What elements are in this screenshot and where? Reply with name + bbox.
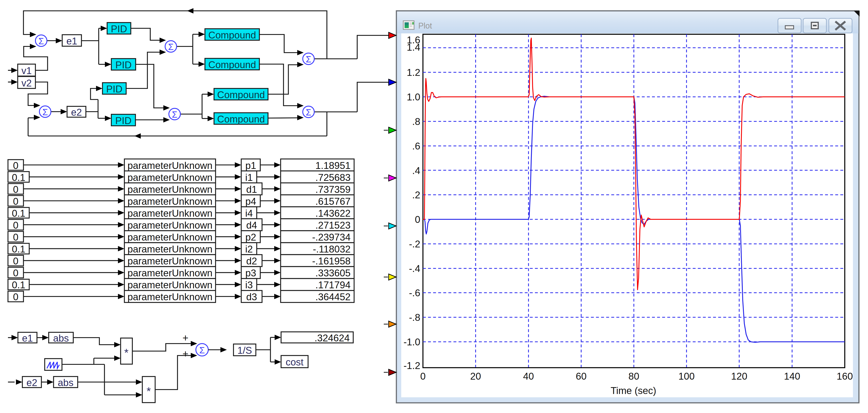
svg-text:.171794: .171794 [315,279,350,290]
svg-text:80: 80 [628,371,640,382]
svg-text:.324624: .324624 [314,333,350,343]
svg-text:0.1: 0.1 [12,172,25,183]
svg-text:+: + [183,348,189,359]
svg-text:parameterUnknown: parameterUnknown [127,172,213,183]
svg-text:abs: abs [58,377,73,388]
svg-text:.6: .6 [412,141,420,151]
svg-text:.8: .8 [412,116,420,127]
svg-text:parameterUnknown: parameterUnknown [127,208,213,219]
svg-text:d4: d4 [246,220,257,231]
svg-text:e1: e1 [66,36,77,46]
svg-text:PID: PID [115,115,131,126]
svg-text:.364452: .364452 [315,291,350,302]
svg-text:p3: p3 [245,268,256,278]
svg-text:1.0: 1.0 [407,92,420,102]
svg-text:0.1: 0.1 [12,279,25,290]
svg-text:Plot: Plot [418,21,432,30]
svg-text:i1: i1 [245,172,253,183]
svg-text:-.239734: -.239734 [312,232,350,243]
svg-text:40: 40 [523,371,534,382]
svg-text:140: 140 [784,371,800,382]
svg-text:d2: d2 [246,255,257,267]
svg-text:parameterUnknown: parameterUnknown [127,232,213,243]
svg-text:-.161958: -.161958 [312,255,350,267]
svg-text:-.8: -.8 [409,312,420,323]
svg-text:20: 20 [470,371,481,382]
svg-text:-.118032: -.118032 [313,244,350,254]
svg-text:60: 60 [576,371,587,382]
svg-text:p1: p1 [245,160,256,171]
svg-text:-.4: -.4 [409,263,420,274]
svg-text:Σ: Σ [306,107,311,117]
svg-text:cost: cost [286,357,304,368]
svg-text:0.1: 0.1 [12,244,25,254]
svg-text:100: 100 [678,371,694,382]
svg-text:Σ: Σ [172,110,178,119]
svg-text:*: * [124,347,128,359]
svg-text:PID: PID [111,24,127,34]
svg-text:parameterUnknown: parameterUnknown [127,160,213,171]
svg-text:p4: p4 [245,196,256,207]
svg-text:-1.0: -1.0 [403,337,420,347]
svg-text:0.1: 0.1 [12,208,25,219]
svg-text:.725683: .725683 [315,172,350,183]
svg-text:PID: PID [115,60,131,70]
svg-text:Σ: Σ [306,55,311,64]
svg-text:Compound: Compound [217,114,265,125]
svg-text:0: 0 [415,214,420,225]
svg-text:+: + [183,332,189,344]
svg-text:.143622: .143622 [315,208,350,219]
svg-text:.271523: .271523 [315,220,350,231]
svg-text:120: 120 [731,371,747,382]
svg-text:0: 0 [13,232,19,243]
svg-text:0: 0 [13,255,19,267]
svg-text:.615767: .615767 [315,196,350,207]
svg-text:v2: v2 [22,78,32,89]
svg-text:PID: PID [106,83,122,94]
svg-text:1.18951: 1.18951 [315,160,350,171]
svg-text:1.4: 1.4 [407,42,420,53]
svg-text:*: * [147,385,151,398]
svg-text:i2: i2 [245,244,253,254]
svg-text:160: 160 [837,371,853,382]
svg-text:0: 0 [13,291,19,302]
svg-text:parameterUnknown: parameterUnknown [127,184,213,195]
svg-text:0: 0 [13,196,19,207]
svg-text:Compound: Compound [208,30,256,40]
svg-text:0: 0 [13,220,19,231]
svg-text:parameterUnknown: parameterUnknown [127,268,213,278]
svg-text:parameterUnknown: parameterUnknown [127,244,213,254]
svg-text:Compound: Compound [208,59,256,70]
svg-text:p2: p2 [245,232,256,243]
svg-text:1/S: 1/S [237,345,252,356]
svg-text:e1: e1 [22,333,33,344]
svg-text:parameterUnknown: parameterUnknown [127,291,213,302]
svg-text:Σ: Σ [168,42,174,52]
svg-text:Σ: Σ [38,36,44,46]
svg-text:-1.2: -1.2 [403,360,420,371]
svg-text:d3: d3 [246,291,257,302]
svg-text:Compound: Compound [217,89,265,100]
svg-text:v1: v1 [22,65,32,76]
svg-text:Time (sec): Time (sec) [611,385,656,396]
svg-text:parameterUnknown: parameterUnknown [127,255,213,267]
svg-text:0: 0 [13,268,19,278]
svg-text:parameterUnknown: parameterUnknown [127,279,213,290]
svg-text:i3: i3 [245,279,253,290]
svg-text:0: 0 [420,371,426,382]
svg-text:.333605: .333605 [315,268,350,278]
svg-text:e2: e2 [27,377,37,388]
svg-text:Σ: Σ [42,107,48,117]
svg-text:.4: .4 [412,165,420,176]
svg-text:d1: d1 [246,184,257,195]
svg-text:e2: e2 [71,107,82,117]
svg-text:.2: .2 [412,190,420,200]
svg-text:parameterUnknown: parameterUnknown [127,196,213,207]
svg-text:parameterUnknown: parameterUnknown [127,220,213,231]
svg-text:i4: i4 [245,208,253,219]
svg-text:1.2: 1.2 [407,67,420,78]
svg-text:Σ: Σ [199,345,205,355]
svg-text:abs: abs [53,333,69,344]
svg-text:0: 0 [13,184,19,195]
svg-text:-.2: -.2 [409,239,420,249]
